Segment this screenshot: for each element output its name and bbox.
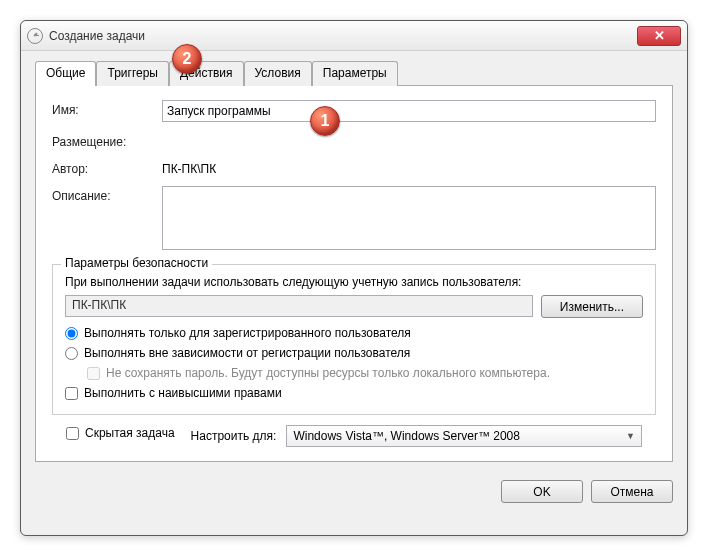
location-value [162,132,656,135]
description-input[interactable] [162,186,656,250]
author-value: ПК-ПК\ПК [162,159,656,176]
tab-triggers[interactable]: Триггеры [96,61,169,86]
highest-privileges-input[interactable] [65,387,78,400]
name-input[interactable] [162,100,656,122]
dialog-footer: OK Отмена [21,472,687,515]
highest-privileges-check[interactable]: Выполнить с наивысшими правами [65,386,643,400]
configure-for-value: Windows Vista™, Windows Server™ 2008 [293,429,520,443]
radio-any-user[interactable]: Выполнять вне зависимости от регистрации… [65,346,643,360]
radio-any-user-label: Выполнять вне зависимости от регистрации… [84,346,410,360]
tab-general[interactable]: Общие [35,61,96,86]
titlebar: Создание задачи ✕ [21,21,687,51]
cancel-button[interactable]: Отмена [591,480,673,503]
create-task-dialog: Создание задачи ✕ Общие Триггеры Действи… [20,20,688,536]
no-password-input [87,367,100,380]
window-title: Создание задачи [49,29,145,43]
highest-privileges-label: Выполнить с наивысшими правами [84,386,282,400]
general-panel: Имя: Размещение: Автор: ПК-ПК\ПК Описани… [35,86,673,462]
no-password-label: Не сохранять пароль. Будут доступны ресу… [106,366,550,380]
radio-any-user-input[interactable] [65,347,78,360]
change-user-button[interactable]: Изменить... [541,295,643,318]
close-button[interactable]: ✕ [637,26,681,46]
callout-2: 2 [172,44,202,74]
clock-icon [27,28,43,44]
callout-1: 1 [310,106,340,136]
account-value: ПК-ПК\ПК [65,295,533,317]
configure-for-label: Настроить для: [191,429,277,443]
radio-logged-on-input[interactable] [65,327,78,340]
account-label: При выполнении задачи использовать следу… [65,275,643,289]
security-fieldset: Параметры безопасности При выполнении за… [52,264,656,415]
no-password-check: Не сохранять пароль. Будут доступны ресу… [87,366,643,380]
author-label: Автор: [52,159,162,176]
description-label: Описание: [52,186,162,203]
radio-logged-on-label: Выполнять только для зарегистрированного… [84,326,411,340]
security-legend: Параметры безопасности [61,256,212,270]
configure-for-combo[interactable]: Windows Vista™, Windows Server™ 2008 ▼ [286,425,642,447]
close-icon: ✕ [654,28,665,43]
name-label: Имя: [52,100,162,117]
radio-logged-on[interactable]: Выполнять только для зарегистрированного… [65,326,643,340]
hidden-task-input[interactable] [66,427,79,440]
tab-settings[interactable]: Параметры [312,61,398,86]
hidden-task-check[interactable]: Скрытая задача [66,426,175,440]
location-label: Размещение: [52,132,162,149]
hidden-task-label: Скрытая задача [85,426,175,440]
ok-button[interactable]: OK [501,480,583,503]
tab-conditions[interactable]: Условия [244,61,312,86]
chevron-down-icon: ▼ [626,431,635,441]
tab-strip: Общие Триггеры Действия Условия Параметр… [35,61,673,86]
